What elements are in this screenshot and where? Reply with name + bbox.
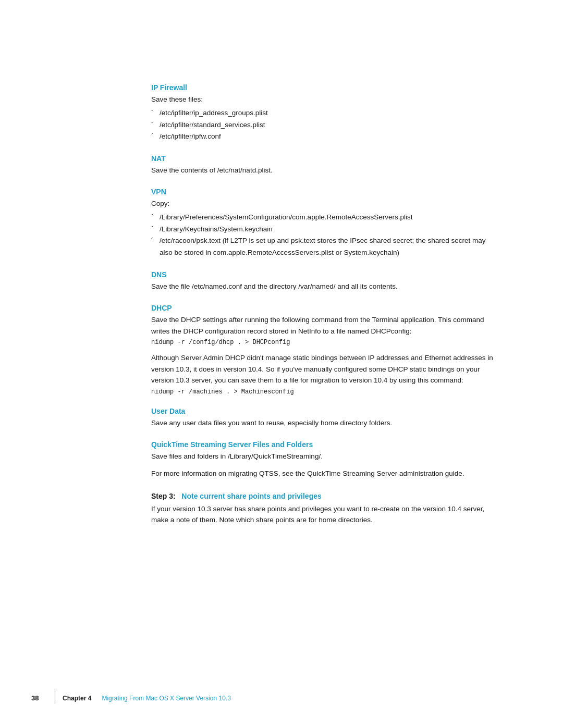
footer-divider: [55, 689, 55, 704]
section-nat: NAT Save the contents of /etc/nat/natd.p…: [151, 154, 495, 176]
section-quicktime: QuickTime Streaming Server Files and Fol…: [151, 440, 495, 479]
section-ip-firewall: IP Firewall Save these files: /etc/ipfil…: [151, 83, 495, 143]
nat-body: Save the contents of /etc/nat/natd.plist…: [151, 165, 495, 176]
dhcp-body2: Although Server Admin DHCP didn't manage…: [151, 352, 495, 386]
footer-left: 38: [31, 694, 39, 702]
dhcp-heading: DHCP: [151, 304, 495, 312]
quicktime-body2: For more information on migrating QTSS, …: [151, 468, 495, 479]
user-data-body: Save any user data files you want to reu…: [151, 417, 495, 429]
section-user-data: User Data Save any user data files you w…: [151, 407, 495, 429]
list-item: /Library/Preferences/SystemConfiguration…: [151, 212, 495, 224]
list-item: /etc/ipfilter/ip_address_groups.plist: [151, 107, 495, 119]
ip-firewall-files-list: /etc/ipfilter/ip_address_groups.plist /e…: [151, 107, 495, 143]
list-item: ´ /etc/racoon/psk.text (if L2TP is set u…: [151, 235, 495, 259]
section-step3: Step 3: Note current share points and pr…: [151, 492, 495, 526]
step3-body: If your version 10.3 server has share po…: [151, 503, 495, 526]
dhcp-code1: nidump -r /config/dhcp . > DHCPconfig: [151, 339, 495, 346]
ip-firewall-heading: IP Firewall: [151, 83, 495, 92]
ip-firewall-intro: Save these files:: [151, 94, 495, 105]
footer-page-number: 38: [31, 694, 39, 702]
step3-heading: Step 3: Note current share points and pr…: [151, 492, 495, 500]
user-data-heading: User Data: [151, 407, 495, 415]
vpn-files-list: /Library/Preferences/SystemConfiguration…: [151, 212, 495, 260]
vpn-intro: Copy:: [151, 198, 495, 209]
dns-heading: DNS: [151, 270, 495, 279]
chapter-title: Migrating From Mac OS X Server Version 1…: [102, 695, 230, 702]
dhcp-code2: nidump -r /machines . > Machinesconfig: [151, 388, 495, 396]
section-dhcp: DHCP Save the DHCP settings after runnin…: [151, 304, 495, 396]
nat-heading: NAT: [151, 154, 495, 163]
page: IP Firewall Save these files: /etc/ipfil…: [0, 0, 563, 728]
step3-title: Note current share points and privileges: [181, 492, 321, 500]
quicktime-body1: Save files and folders in /Library/Quick…: [151, 451, 495, 462]
section-vpn: VPN Copy: /Library/Preferences/SystemCon…: [151, 188, 495, 259]
list-item: /etc/ipfilter/standard_services.plist: [151, 119, 495, 131]
step3-label: Step 3:: [151, 492, 176, 500]
dhcp-body1: Save the DHCP settings after running the…: [151, 314, 495, 337]
quicktime-heading: QuickTime Streaming Server Files and Fol…: [151, 440, 495, 449]
list-item: /Library/Keychains/System.keychain: [151, 224, 495, 236]
list-item: /etc/ipfilter/ipfw.conf: [151, 131, 495, 143]
vpn-heading: VPN: [151, 188, 495, 196]
dns-body: Save the file /etc/named.conf and the di…: [151, 281, 495, 292]
chapter-label: Chapter 4: [63, 695, 91, 702]
footer-chapter: Chapter 4 Migrating From Mac OS X Server…: [63, 695, 231, 702]
section-dns: DNS Save the file /etc/named.conf and th…: [151, 270, 495, 292]
content-area: IP Firewall Save these files: /etc/ipfil…: [151, 0, 495, 579]
